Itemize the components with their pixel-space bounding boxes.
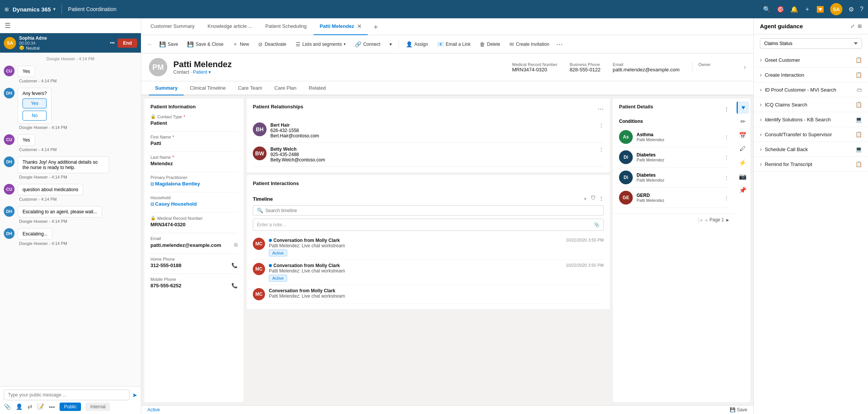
pen-icon[interactable]: 🖊 xyxy=(737,143,749,155)
add-tab-button[interactable]: ＋ xyxy=(369,18,383,35)
help-icon[interactable]: ? xyxy=(860,6,863,13)
edit-record-icon[interactable]: ✏ xyxy=(737,115,749,127)
filter-timeline-icon[interactable]: ⛉ xyxy=(591,195,596,202)
tab-care-team[interactable]: Care Team xyxy=(232,81,268,95)
grid-icon[interactable]: ⊞ xyxy=(5,6,9,12)
phone-icon[interactable]: 📞 xyxy=(231,263,238,268)
assign-button[interactable]: 👤 Assign xyxy=(402,39,432,49)
lightning-icon[interactable]: ⚡ xyxy=(737,156,749,169)
more-icon[interactable]: ••• xyxy=(110,40,115,46)
attachment-icon[interactable]: 📎 xyxy=(4,403,11,410)
more-icon[interactable]: ••• xyxy=(49,404,55,410)
heart-icon[interactable]: ♥ xyxy=(737,101,749,114)
internal-mode-button[interactable]: Internal xyxy=(86,403,110,411)
save-close-button[interactable]: 💾 Save & Close xyxy=(183,39,227,49)
tab-clinical-timeline[interactable]: Clinical Timeline xyxy=(184,81,232,95)
toolbar-more-icon[interactable]: ⋯ xyxy=(556,40,563,48)
claims-status-select[interactable]: Claims Status xyxy=(760,38,862,49)
asthma-more-icon[interactable]: ⋮ xyxy=(724,134,729,140)
ag-expand-icon[interactable]: ⤢ xyxy=(850,23,855,29)
transfer-icon[interactable]: ⇄ xyxy=(27,403,32,410)
ag-step-schedule-callback[interactable]: › Schedule Call Back 💻 xyxy=(754,142,868,157)
tab-care-plan[interactable]: Care Plan xyxy=(268,81,303,95)
save-bottom-button[interactable]: 💾 Save xyxy=(730,407,747,412)
bell-icon[interactable]: 🔔 xyxy=(790,6,798,13)
ag-step-remind-transcript[interactable]: › Remind for Transcript 📋 xyxy=(754,157,868,172)
camera-icon[interactable]: 📷 xyxy=(737,170,749,182)
email-link-button[interactable]: 📧 Email a Link xyxy=(433,39,474,49)
note-icon[interactable]: 📝 xyxy=(37,403,44,410)
no-choice-button[interactable]: No xyxy=(23,111,47,121)
tab-summary[interactable]: Summary xyxy=(149,81,184,95)
tab-close-icon[interactable]: ✕ xyxy=(357,23,362,29)
chat-input[interactable] xyxy=(4,390,130,400)
add-timeline-icon[interactable]: ＋ xyxy=(583,195,588,202)
mobile-phone-value: 875-555-6252 xyxy=(150,283,181,288)
brand-chevron[interactable]: ▾ xyxy=(53,6,55,12)
yes-choice-button[interactable]: Yes xyxy=(23,98,47,108)
details-more-icon[interactable]: ⋮ xyxy=(724,106,729,112)
deactivate-button[interactable]: ⊘ Deactivate xyxy=(254,39,290,49)
agent-name: Sophia Adne xyxy=(19,35,107,41)
ag-step-greet[interactable]: › Greet Customer 📋 xyxy=(754,53,868,68)
connect-button[interactable]: 🔗 Connect xyxy=(351,39,384,49)
mobile-phone-icon[interactable]: 📞 xyxy=(231,283,238,288)
prev-page-button[interactable]: ◂ xyxy=(705,217,707,223)
calendar-icon[interactable]: 📅 xyxy=(737,129,749,141)
connect-more-button[interactable]: ▾ xyxy=(386,40,396,49)
lists-chevron[interactable]: ▾ xyxy=(344,42,346,46)
person-icon[interactable]: 👤 xyxy=(16,403,23,410)
next-page-button[interactable]: ▸ xyxy=(726,217,729,223)
gerd-more-icon[interactable]: ⋮ xyxy=(724,195,729,201)
hamburger-icon[interactable]: ☰ xyxy=(5,21,11,30)
tab-patti-melendez[interactable]: Patti Melendez ✕ xyxy=(314,18,368,35)
more-timeline-icon[interactable]: ⋮ xyxy=(599,195,604,202)
settings-icon[interactable]: ⚙ xyxy=(849,6,854,13)
ag-step-create-interaction[interactable]: › Create Interaction 📋 xyxy=(754,68,868,82)
pin-icon[interactable]: 📌 xyxy=(737,184,749,196)
tab-knowledge-article[interactable]: Knowledge article ... xyxy=(202,18,259,35)
ag-grid-icon[interactable]: ⊞ xyxy=(858,23,862,29)
note-input-area[interactable]: Enter a note... 📎 xyxy=(253,219,604,231)
ag-step-identify-solutions[interactable]: › Identify Solutions - KB Search 💻 xyxy=(754,112,868,127)
ag-step-consult-transfer[interactable]: › Consult/Transfer to Supervisor 📋 xyxy=(754,127,868,142)
user-avatar[interactable]: SA xyxy=(830,3,842,15)
header-chevron[interactable]: › xyxy=(744,64,746,71)
tab-customer-summary[interactable]: Customer Summary xyxy=(144,18,201,35)
filter-icon[interactable]: 🔽 xyxy=(816,6,824,13)
back-icon[interactable]: ← xyxy=(147,41,152,47)
bert-more-icon[interactable]: ⋮ xyxy=(599,122,604,128)
public-mode-button[interactable]: Public xyxy=(60,403,81,411)
ag-step-id-proof[interactable]: › ID Proof Customer - MVI Search 🗃 xyxy=(754,82,868,97)
asthma-sub: Patti Melendez xyxy=(637,137,720,142)
diabetes1-more-icon[interactable]: ⋮ xyxy=(724,155,729,160)
betty-more-icon[interactable]: ⋮ xyxy=(599,147,604,152)
end-button[interactable]: End xyxy=(118,39,137,48)
relationships-more-icon[interactable]: ⋯ xyxy=(598,105,604,113)
new-button[interactable]: ＋ New xyxy=(229,39,253,50)
search-icon[interactable]: 🔍 xyxy=(763,6,771,13)
details-title: Patient Details xyxy=(619,104,653,110)
mc-avatar-2: MC xyxy=(253,263,265,275)
brand: Dynamics 365 ▾ xyxy=(13,6,55,13)
delete-button[interactable]: 🗑 Delete xyxy=(476,39,504,49)
ag-steps: › Greet Customer 📋 › Create Interaction … xyxy=(754,53,868,414)
save-button[interactable]: 💾 Save xyxy=(155,39,182,49)
ag-step-icq-claims[interactable]: › ICQ Claims Search 📋 xyxy=(754,97,868,112)
first-page-button[interactable]: |◂ xyxy=(698,217,702,223)
plus-icon[interactable]: ＋ xyxy=(804,5,810,13)
tab-related[interactable]: Related xyxy=(302,81,332,95)
patient-label[interactable]: Patient ▾ xyxy=(193,69,211,75)
tl-info-1: Conversation from Molly Clark Patti Mele… xyxy=(269,238,562,256)
timeline-search-input[interactable] xyxy=(265,208,600,213)
diabetes2-more-icon[interactable]: ⋮ xyxy=(724,175,729,180)
lists-segments-button[interactable]: ☰ Lists and segments ▾ xyxy=(292,39,349,49)
target-icon[interactable]: 🎯 xyxy=(777,6,784,13)
create-invitation-button[interactable]: ✉ Create Invitation xyxy=(506,39,553,49)
send-icon[interactable]: ➤ xyxy=(132,391,137,399)
household-value[interactable]: Casey Household xyxy=(150,201,238,207)
tab-patient-scheduling[interactable]: Patient Scheduling xyxy=(259,18,313,35)
email-copy-icon[interactable]: ⧉ xyxy=(234,242,238,248)
attachment-icon[interactable]: 📎 xyxy=(594,222,600,227)
practitioner-value[interactable]: Magdalena Bentley xyxy=(150,181,238,187)
